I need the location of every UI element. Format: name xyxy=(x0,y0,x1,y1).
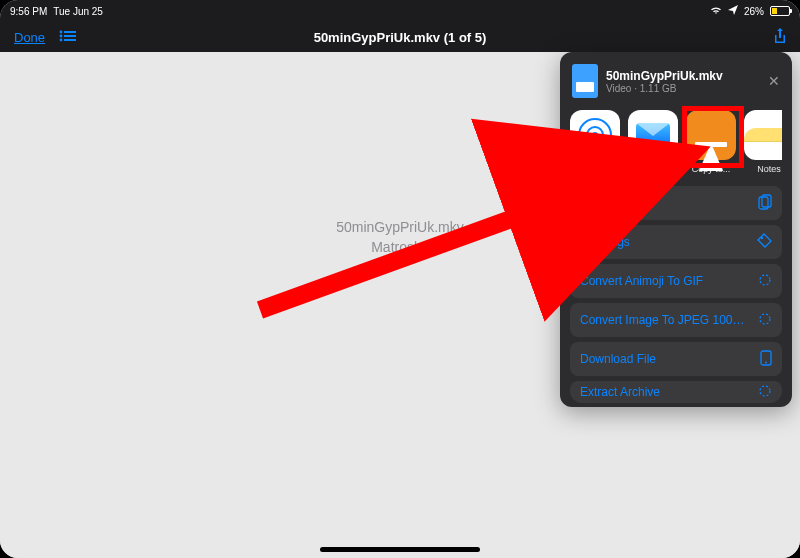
share-app-mail[interactable]: Mail xyxy=(628,110,678,174)
svg-rect-1 xyxy=(64,31,76,33)
home-indicator xyxy=(320,547,480,552)
action-label: Add Tags xyxy=(580,235,630,249)
svg-rect-3 xyxy=(64,35,76,37)
share-file-meta: Video · 1.11 GB xyxy=(606,83,760,94)
list-icon[interactable] xyxy=(59,30,77,45)
share-app-copyto[interactable]: Copy to... xyxy=(686,110,736,174)
share-app-label: AirDrop xyxy=(570,164,620,174)
shortcut-icon xyxy=(758,273,772,290)
done-button[interactable]: Done xyxy=(14,30,45,45)
svg-point-8 xyxy=(761,237,763,239)
share-button[interactable] xyxy=(772,27,800,48)
tag-icon xyxy=(757,233,772,251)
action-label: Convert Animoji To GIF xyxy=(580,274,703,288)
page-title: 50minGypPriUk.mkv (1 of 5) xyxy=(0,30,800,45)
action-copy[interactable]: Copy xyxy=(570,186,782,220)
action-convert-jpeg[interactable]: Convert Image To JPEG 1000px xyxy=(570,303,782,337)
close-icon[interactable]: ✕ xyxy=(768,73,780,89)
share-file-name: 50minGypPriUk.mkv xyxy=(606,69,760,83)
svg-point-10 xyxy=(760,314,770,324)
status-time: 9:56 PM xyxy=(10,6,47,17)
action-label: Download File xyxy=(580,352,656,366)
battery-pct: 26% xyxy=(744,6,764,17)
svg-point-13 xyxy=(760,386,770,396)
mail-icon xyxy=(628,110,678,160)
device-icon xyxy=(760,350,772,369)
share-app-airdrop[interactable]: AirDrop xyxy=(570,110,620,174)
share-app-notes[interactable]: Notes xyxy=(744,110,782,174)
action-label: Copy xyxy=(580,196,608,210)
share-sheet: 50minGypPriUk.mkv Video · 1.11 GB ✕ AirD… xyxy=(560,52,792,407)
status-date: Tue Jun 25 xyxy=(53,6,103,17)
action-extract-archive[interactable]: Extract Archive xyxy=(570,381,782,403)
nav-bar: Done 50minGypPriUk.mkv (1 of 5) xyxy=(0,22,800,52)
share-app-label: Mail xyxy=(628,164,678,174)
share-action-list: Copy Add Tags Convert Animoji To GIF Con… xyxy=(570,186,782,403)
status-bar: 9:56 PM Tue Jun 25 26% xyxy=(0,0,800,22)
share-header: 50minGypPriUk.mkv Video · 1.11 GB ✕ xyxy=(570,62,782,108)
share-app-label: Notes xyxy=(744,164,782,174)
shortcut-icon xyxy=(758,312,772,329)
svg-point-0 xyxy=(60,30,63,33)
vlc-icon xyxy=(686,110,736,160)
app-frame: 9:56 PM Tue Jun 25 26% Done 50minGypPriU… xyxy=(0,0,800,558)
action-download-file[interactable]: Download File xyxy=(570,342,782,376)
svg-rect-5 xyxy=(64,39,76,41)
svg-point-12 xyxy=(765,361,767,363)
airdrop-icon xyxy=(570,110,620,160)
battery-icon xyxy=(770,6,790,16)
svg-point-9 xyxy=(760,275,770,285)
notes-icon xyxy=(744,110,782,160)
action-label: Convert Image To JPEG 1000px xyxy=(580,313,750,327)
action-convert-animoji[interactable]: Convert Animoji To GIF xyxy=(570,264,782,298)
action-add-tags[interactable]: Add Tags xyxy=(570,225,782,259)
location-icon xyxy=(728,5,738,17)
wifi-icon xyxy=(710,5,722,17)
document-thumb-icon xyxy=(572,64,598,98)
action-label: Extract Archive xyxy=(580,385,660,399)
svg-point-4 xyxy=(60,38,63,41)
share-app-row[interactable]: AirDrop Mail Copy to... Notes xyxy=(570,108,782,178)
svg-point-2 xyxy=(60,34,63,37)
copy-icon xyxy=(758,194,772,213)
shortcut-icon xyxy=(758,384,772,401)
